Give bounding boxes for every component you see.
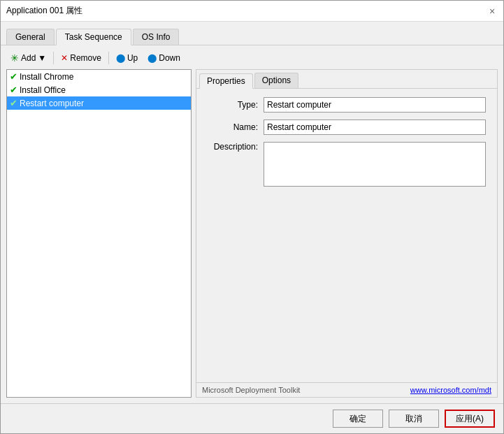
name-input[interactable] (264, 120, 486, 135)
task-sequence-tree: ✔ Install Chrome ✔ Install Office ✔ Rest… (6, 69, 192, 398)
right-tab-options[interactable]: Options (254, 73, 298, 88)
main-window: Application 001 属性 × General Task Sequen… (0, 0, 504, 434)
tree-item-label-chrome: Install Chrome (20, 72, 73, 82)
tab-os-info[interactable]: OS Info (133, 29, 180, 45)
right-tab-properties[interactable]: Properties (199, 73, 253, 89)
desc-label: Description: (208, 142, 264, 152)
apply-button[interactable]: 应用(A) (445, 410, 495, 428)
type-row: Type: (208, 97, 486, 113)
type-input[interactable] (264, 97, 486, 113)
main-tabs-bar: General Task Sequence OS Info (1, 22, 503, 45)
toolkit-text: Microsoft Deployment Toolkit (202, 386, 300, 394)
tree-item-restart[interactable]: ✔ Restart computer (7, 96, 191, 110)
add-button[interactable]: ✳ Add ▼ (6, 51, 50, 65)
content-area: ✳ Add ▼ ✕ Remove ⬤ Up ⬤ Down (1, 45, 503, 403)
down-icon: ⬤ (147, 53, 157, 63)
tree-item-label-office: Install Office (20, 85, 66, 95)
right-footer: Microsoft Deployment Toolkit www.microso… (196, 382, 497, 397)
tree-item-label-restart: Restart computer (20, 99, 84, 108)
right-panel: Properties Options Type: Name: Descripti… (196, 69, 498, 398)
properties-content: Type: Name: Description: (196, 89, 497, 382)
up-icon: ⬤ (116, 53, 125, 63)
remove-icon: ✕ (61, 53, 68, 63)
check-icon-office: ✔ (10, 85, 17, 95)
tab-task-sequence[interactable]: Task Sequence (56, 29, 131, 45)
add-icon: ✳ (10, 52, 19, 64)
tree-item-chrome[interactable]: ✔ Install Chrome (7, 70, 191, 83)
add-arrow: ▼ (38, 53, 46, 63)
remove-button[interactable]: ✕ Remove (57, 52, 106, 64)
type-label: Type: (208, 100, 264, 110)
window-title: Application 001 属性 (6, 5, 82, 17)
main-split: ✔ Install Chrome ✔ Install Office ✔ Rest… (6, 69, 498, 398)
tree-item-office[interactable]: ✔ Install Office (7, 83, 191, 96)
ok-button[interactable]: 确定 (333, 410, 383, 428)
name-label: Name: (208, 122, 264, 132)
desc-textarea[interactable] (264, 142, 486, 187)
cancel-button[interactable]: 取消 (389, 410, 439, 428)
separator-1 (53, 52, 54, 64)
bottom-bar: 确定 取消 应用(A) (1, 403, 503, 433)
footer-link[interactable]: www.microsoft.com/mdt (410, 386, 491, 394)
right-tabs-bar: Properties Options (196, 70, 497, 89)
add-label: Add (21, 53, 36, 63)
title-bar: Application 001 属性 × (1, 1, 503, 22)
down-label: Down (159, 53, 180, 63)
remove-label: Remove (70, 53, 101, 63)
up-label: Up (127, 53, 138, 63)
check-icon-chrome: ✔ (10, 71, 17, 82)
up-button[interactable]: ⬤ Up (112, 52, 142, 64)
tab-general[interactable]: General (6, 29, 55, 45)
close-button[interactable]: × (487, 6, 498, 17)
name-row: Name: (208, 120, 486, 135)
check-icon-restart: ✔ (10, 98, 17, 108)
down-button[interactable]: ⬤ Down (143, 52, 185, 64)
separator-2 (108, 52, 109, 64)
desc-row: Description: (208, 142, 486, 187)
toolbar: ✳ Add ▼ ✕ Remove ⬤ Up ⬤ Down (6, 51, 498, 65)
